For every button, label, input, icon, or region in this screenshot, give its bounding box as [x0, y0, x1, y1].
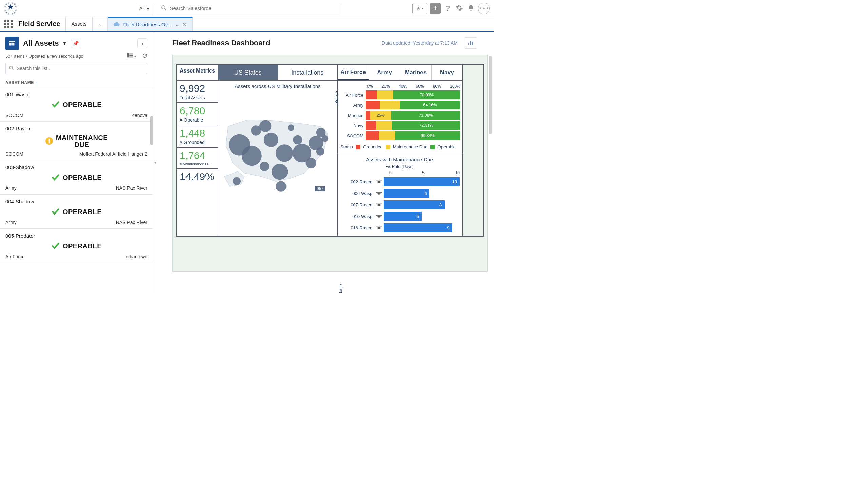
check-icon [51, 207, 60, 217]
tab-marines[interactable]: Marines [400, 65, 431, 80]
metric-value: 1,764 [180, 150, 215, 161]
close-icon[interactable]: ✕ [182, 21, 187, 27]
bar-category: Air Force [339, 93, 366, 98]
asset-name: 005-Predator [5, 233, 147, 239]
asset-org: SOCOM [5, 151, 23, 157]
app-launcher[interactable] [0, 17, 17, 31]
svg-rect-5 [9, 43, 11, 45]
help-button[interactable]: ? [443, 4, 452, 13]
svg-line-13 [12, 69, 13, 70]
display-toggle[interactable]: ▾ [127, 53, 136, 59]
metric-value: 1,448 [180, 127, 215, 139]
global-search-input[interactable] [170, 5, 336, 11]
chart-view-button[interactable] [464, 37, 477, 49]
svg-point-34 [251, 125, 261, 135]
gear-icon [456, 4, 463, 13]
svg-point-32 [306, 158, 316, 168]
metric-value: 6,780 [180, 105, 215, 117]
asset-name: 003-Shadow [5, 164, 147, 170]
svg-point-37 [276, 181, 286, 191]
split-collapse-handle[interactable]: ◂ [153, 32, 157, 293]
setup-button[interactable] [455, 4, 464, 13]
map-title: Assets across US Military Installations [221, 83, 334, 89]
maint-chart-subtitle: Fix Rate (Days) [339, 164, 460, 169]
tab-army[interactable]: Army [369, 65, 400, 80]
us-map: 957 [221, 90, 334, 209]
search-scope-dropdown[interactable]: All ▾ [136, 3, 153, 14]
list-item[interactable]: 001-WaspOPERABLESOCOMKenova [0, 87, 153, 122]
listview-search-input[interactable] [17, 66, 144, 71]
pin-button[interactable]: 📌 [71, 39, 80, 48]
svg-rect-8 [127, 53, 129, 58]
maint-y-axis-label: Asset Name [338, 284, 343, 293]
asset-org: Army [5, 185, 17, 191]
list-item[interactable]: 005-PredatorOPERABLEAir ForceIndiantown [0, 229, 153, 263]
asset-status: MAINTENANCEDUE [5, 134, 147, 148]
svg-point-21 [242, 146, 262, 166]
status-legend: Status Grounded Maintenance Due Operable [339, 141, 460, 151]
metric-tile: 1,448# Grounded [177, 125, 218, 147]
notifications-button[interactable] [467, 4, 475, 13]
metric-tile: 6,780# Operable [177, 102, 218, 125]
listview-title: All Assets [23, 39, 59, 48]
map-widget[interactable]: Assets across US Military Installations [218, 80, 337, 236]
check-icon [51, 100, 60, 110]
tab-installations[interactable]: Installations [278, 65, 337, 80]
scrollbar-thumb[interactable] [489, 56, 492, 134]
bar-category: 016-Raven [339, 225, 374, 230]
warning-icon [45, 137, 53, 146]
svg-line-3 [165, 9, 166, 10]
y-axis-label: Branch [334, 91, 339, 104]
metrics-header: Asset Metrics [177, 65, 218, 80]
maint-bar-row: 007-Raven8 [339, 200, 460, 210]
asset-org: Army [5, 220, 17, 225]
refresh-button[interactable] [142, 53, 147, 59]
add-button[interactable]: + [430, 3, 441, 14]
branch-tabs: Air Force Army Marines Navy [337, 65, 463, 80]
scrollbar-thumb[interactable] [150, 116, 153, 145]
listview-controls-menu[interactable]: ▾ [137, 38, 147, 48]
tab-navy[interactable]: Navy [431, 65, 462, 80]
metric-label: # Grounded [180, 140, 215, 145]
list-item[interactable]: 003-ShadowOPERABLEArmyNAS Pax River [0, 160, 153, 195]
svg-point-22 [264, 133, 278, 147]
metric-label: # Maintenance D... [180, 162, 215, 166]
listview-picker[interactable]: All Assets ▼ [23, 39, 67, 48]
svg-rect-11 [130, 57, 133, 58]
chevron-down-icon: ▾ [422, 6, 423, 10]
bar-category: Marines [339, 113, 366, 118]
global-search[interactable] [157, 3, 340, 14]
user-avatar[interactable]: ★★★ [478, 3, 490, 14]
readiness-stacked-chart: 0%20%40%60%80%100% Branch Air Force70.99… [338, 81, 462, 153]
listview-search[interactable] [5, 63, 147, 74]
chevron-down-icon: ▾ [147, 6, 149, 11]
svg-rect-15 [48, 139, 50, 142]
svg-point-24 [276, 144, 293, 162]
plus-icon: + [433, 4, 437, 12]
svg-rect-16 [48, 142, 50, 143]
list-item[interactable]: 004-ShadowOPERABLEArmyNAS Pax River [0, 195, 153, 229]
svg-point-33 [288, 124, 294, 131]
chevron-down-icon[interactable]: ⌄ [175, 21, 179, 27]
header-actions: ★▾ + ? ★★★ [412, 3, 490, 14]
asset-name: 002-Raven [5, 126, 147, 131]
svg-point-31 [316, 147, 324, 156]
waffle-icon [4, 20, 13, 28]
maintenance-due-chart: Assets with Maintenance Due Fix Rate (Da… [338, 153, 462, 236]
tab-fleet-readiness[interactable]: Fleet Readiness Ov... ⌄ ✕ [108, 17, 193, 31]
asset-list: 001-WaspOPERABLESOCOMKenova002-RavenMAIN… [0, 87, 153, 263]
metric-label: # Operable [180, 117, 215, 123]
asset-location: NAS Pax River [116, 220, 147, 225]
list-item[interactable]: 002-RavenMAINTENANCEDUESOCOMMoffett Fede… [0, 122, 153, 160]
tab-assets-menu[interactable]: ⌄ [92, 17, 108, 31]
tab-air-force[interactable]: Air Force [338, 65, 369, 80]
drone-icon [374, 226, 384, 229]
metrics-column: 9,992Total Assets6,780# Operable1,448# G… [177, 80, 218, 236]
svg-point-35 [233, 177, 241, 185]
sort-asc-icon: ↑ [36, 80, 38, 85]
tab-assets[interactable]: Assets [65, 17, 92, 31]
column-header-asset-name[interactable]: ASSET NAME↑ [0, 78, 153, 87]
favorites-button[interactable]: ★▾ [412, 3, 427, 14]
tab-us-states[interactable]: US States [218, 65, 278, 80]
x-axis-ticks: 0%20%40%60%80%100% [367, 84, 460, 89]
